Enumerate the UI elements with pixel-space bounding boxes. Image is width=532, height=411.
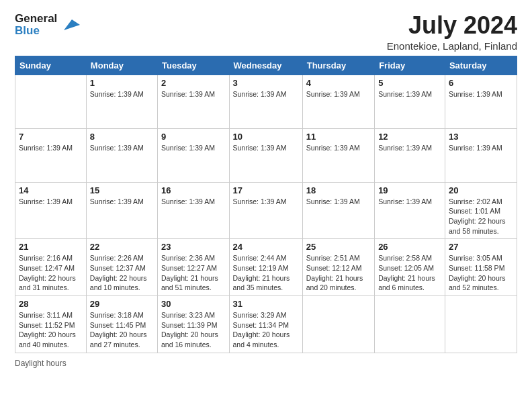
day-info: Sunrise: 3:29 AM Sunset: 11:34 PM Daylig… xyxy=(233,310,299,350)
calendar-day-cell: 26Sunrise: 2:58 AM Sunset: 12:05 AM Dayl… xyxy=(375,239,445,296)
calendar-header-cell: Sunday xyxy=(15,56,87,75)
calendar-body: 1Sunrise: 1:39 AM2Sunrise: 1:39 AM3Sunri… xyxy=(15,75,517,353)
calendar-day-cell: 11Sunrise: 1:39 AM xyxy=(302,128,374,182)
calendar-day-cell: 19Sunrise: 1:39 AM xyxy=(375,182,445,239)
calendar-day-cell: 14Sunrise: 1:39 AM xyxy=(15,182,87,239)
calendar-day-cell: 3Sunrise: 1:39 AM xyxy=(229,75,302,128)
logo-line1: General xyxy=(15,12,57,26)
calendar-day-cell: 8Sunrise: 1:39 AM xyxy=(86,128,157,182)
calendar-header-cell: Thursday xyxy=(302,56,374,75)
day-info: Sunrise: 1:39 AM xyxy=(233,197,299,207)
calendar-day-cell: 22Sunrise: 2:26 AM Sunset: 12:37 AM Dayl… xyxy=(86,239,157,296)
day-number: 11 xyxy=(306,132,371,142)
calendar-day-cell: 17Sunrise: 1:39 AM xyxy=(229,182,302,239)
page: General Blue July 2024 Enontekioe, Lapla… xyxy=(0,0,532,411)
calendar-week-row: 14Sunrise: 1:39 AM15Sunrise: 1:39 AM16Su… xyxy=(15,182,517,239)
day-number: 3 xyxy=(233,78,299,88)
day-info: Sunrise: 1:39 AM xyxy=(90,89,154,99)
calendar-day-cell xyxy=(302,296,374,353)
day-info: Sunrise: 2:02 AM Sunset: 1:01 AM Dayligh… xyxy=(449,197,513,236)
calendar-day-cell: 7Sunrise: 1:39 AM xyxy=(15,128,87,182)
day-number: 7 xyxy=(19,132,83,142)
calendar-day-cell: 5Sunrise: 1:39 AM xyxy=(375,75,445,128)
calendar-day-cell: 29Sunrise: 3:18 AM Sunset: 11:45 PM Dayl… xyxy=(86,296,157,353)
calendar-header-row: SundayMondayTuesdayWednesdayThursdayFrid… xyxy=(15,56,517,75)
day-number: 24 xyxy=(233,242,299,252)
day-info: Sunrise: 1:39 AM xyxy=(306,143,371,153)
day-info: Sunrise: 1:39 AM xyxy=(306,89,371,99)
day-number: 26 xyxy=(378,242,441,252)
calendar-day-cell xyxy=(445,296,517,353)
day-number: 6 xyxy=(449,78,513,88)
day-number: 17 xyxy=(233,185,299,195)
day-number: 29 xyxy=(90,299,154,309)
calendar-header-cell: Monday xyxy=(86,56,157,75)
day-number: 13 xyxy=(449,132,513,142)
footer: Daylight hours xyxy=(15,359,517,368)
day-number: 25 xyxy=(306,242,371,252)
day-number: 20 xyxy=(449,185,513,195)
day-number: 18 xyxy=(306,185,371,195)
calendar-day-cell: 30Sunrise: 3:23 AM Sunset: 11:39 PM Dayl… xyxy=(158,296,230,353)
day-info: Sunrise: 3:23 AM Sunset: 11:39 PM Daylig… xyxy=(161,310,226,350)
day-number: 5 xyxy=(378,78,441,88)
day-number: 27 xyxy=(449,242,513,252)
calendar-header-cell: Tuesday xyxy=(158,56,230,75)
main-title: July 2024 xyxy=(387,12,517,39)
day-number: 19 xyxy=(378,185,441,195)
day-number: 31 xyxy=(233,299,299,309)
logo-line2: Blue xyxy=(15,24,57,38)
day-info: Sunrise: 2:36 AM Sunset: 12:27 AM Daylig… xyxy=(161,253,226,293)
calendar-day-cell: 24Sunrise: 2:44 AM Sunset: 12:19 AM Dayl… xyxy=(229,239,302,296)
day-info: Sunrise: 1:39 AM xyxy=(233,89,299,99)
day-number: 9 xyxy=(161,132,226,142)
calendar-day-cell: 1Sunrise: 1:39 AM xyxy=(86,75,157,128)
calendar-week-row: 21Sunrise: 2:16 AM Sunset: 12:47 AM Dayl… xyxy=(15,239,517,296)
day-number: 2 xyxy=(161,78,226,88)
day-info: Sunrise: 1:39 AM xyxy=(378,197,441,207)
calendar-day-cell: 21Sunrise: 2:16 AM Sunset: 12:47 AM Dayl… xyxy=(15,239,87,296)
calendar-day-cell: 16Sunrise: 1:39 AM xyxy=(158,182,230,239)
calendar-table: SundayMondayTuesdayWednesdayThursdayFrid… xyxy=(15,56,517,353)
svg-marker-0 xyxy=(64,19,80,30)
calendar-day-cell xyxy=(15,75,87,128)
calendar-day-cell: 20Sunrise: 2:02 AM Sunset: 1:01 AM Dayli… xyxy=(445,182,517,239)
day-info: Sunrise: 1:39 AM xyxy=(306,197,371,207)
calendar-header-cell: Wednesday xyxy=(229,56,302,75)
day-info: Sunrise: 1:39 AM xyxy=(90,197,154,207)
day-number: 15 xyxy=(90,185,154,195)
calendar-day-cell: 4Sunrise: 1:39 AM xyxy=(302,75,374,128)
day-number: 12 xyxy=(378,132,441,142)
calendar-week-row: 7Sunrise: 1:39 AM8Sunrise: 1:39 AM9Sunri… xyxy=(15,128,517,182)
calendar-day-cell: 18Sunrise: 1:39 AM xyxy=(302,182,374,239)
calendar-header-cell: Friday xyxy=(375,56,445,75)
day-info: Sunrise: 3:05 AM Sunset: 11:58 PM Daylig… xyxy=(449,253,513,293)
day-info: Sunrise: 3:18 AM Sunset: 11:45 PM Daylig… xyxy=(90,310,154,350)
day-number: 21 xyxy=(19,242,83,252)
day-info: Sunrise: 1:39 AM xyxy=(161,197,226,207)
logo-icon xyxy=(58,14,80,36)
subtitle: Enontekioe, Lapland, Finland xyxy=(387,40,517,52)
calendar-day-cell xyxy=(375,296,445,353)
calendar-day-cell: 12Sunrise: 1:39 AM xyxy=(375,128,445,182)
day-number: 28 xyxy=(19,299,83,309)
calendar-day-cell: 23Sunrise: 2:36 AM Sunset: 12:27 AM Dayl… xyxy=(158,239,230,296)
day-number: 22 xyxy=(90,242,154,252)
day-info: Sunrise: 1:39 AM xyxy=(378,89,441,99)
day-info: Sunrise: 1:39 AM xyxy=(233,143,299,153)
day-info: Sunrise: 1:39 AM xyxy=(161,89,226,99)
day-number: 16 xyxy=(161,185,226,195)
calendar-day-cell: 9Sunrise: 1:39 AM xyxy=(158,128,230,182)
day-info: Sunrise: 1:39 AM xyxy=(90,143,154,153)
calendar-day-cell: 6Sunrise: 1:39 AM xyxy=(445,75,517,128)
calendar-day-cell: 10Sunrise: 1:39 AM xyxy=(229,128,302,182)
calendar-day-cell: 15Sunrise: 1:39 AM xyxy=(86,182,157,239)
day-number: 4 xyxy=(306,78,371,88)
logo: General Blue xyxy=(15,12,80,37)
calendar-header-cell: Saturday xyxy=(445,56,517,75)
day-number: 8 xyxy=(90,132,154,142)
calendar-day-cell: 2Sunrise: 1:39 AM xyxy=(158,75,230,128)
calendar-week-row: 1Sunrise: 1:39 AM2Sunrise: 1:39 AM3Sunri… xyxy=(15,75,517,128)
day-info: Sunrise: 3:11 AM Sunset: 11:52 PM Daylig… xyxy=(19,310,83,350)
day-info: Sunrise: 1:39 AM xyxy=(161,143,226,153)
